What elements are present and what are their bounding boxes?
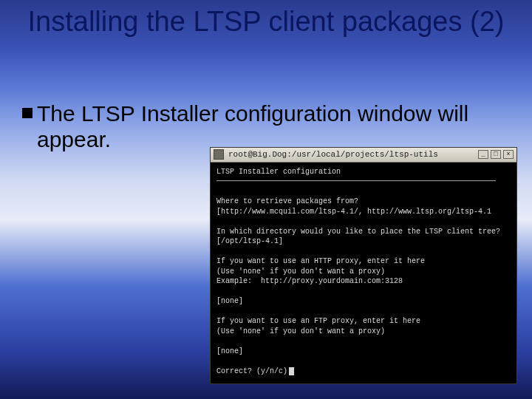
bullet-icon (22, 108, 33, 118)
slide-title: Installing the LTSP client packages (2) (0, 6, 532, 38)
console-line: Where to retrieve packages from? (216, 197, 358, 205)
terminal-content: LTSP Installer configuration ───────────… (211, 163, 516, 384)
console-line: LTSP Installer configuration (216, 168, 341, 176)
terminal-title: root@Big.Dog:/usr/local/projects/ltsp-ut… (228, 150, 478, 159)
bullet-text: The LTSP Installer configuration window … (37, 100, 510, 153)
console-line: [none] (216, 297, 243, 305)
cursor-icon (289, 367, 294, 375)
console-line: If you want to use an HTTP proxy, enter … (216, 257, 425, 265)
window-controls: _ □ × (478, 150, 514, 159)
maximize-button[interactable]: □ (491, 150, 501, 159)
console-line: [none] (216, 347, 243, 355)
window-icon (214, 149, 224, 160)
bullet-item: The LTSP Installer configuration window … (22, 100, 510, 153)
minimize-button[interactable]: _ (478, 150, 488, 159)
console-line: (Use 'none' if you don't want a proxy) (216, 327, 385, 335)
console-line: Example: http://proxy.yourdomain.com:312… (216, 277, 403, 285)
console-line: [http://www.mcquil.com/ltsp-4.1/, http:/… (216, 208, 491, 216)
terminal-titlebar: root@Big.Dog:/usr/local/projects/ltsp-ut… (211, 148, 516, 163)
close-button[interactable]: × (503, 150, 514, 159)
console-line: [/opt/ltsp-4.1] (216, 237, 283, 245)
terminal-window: root@Big.Dog:/usr/local/projects/ltsp-ut… (210, 147, 517, 385)
console-line: In which directory would you like to pla… (216, 228, 500, 236)
console-prompt: Correct? (y/n/c) (216, 367, 287, 375)
console-line: If you want to use an FTP proxy, enter i… (216, 317, 420, 325)
slide: Installing the LTSP client packages (2) … (0, 0, 532, 399)
console-line: (Use 'none' if you don't want a proxy) (216, 267, 385, 276)
console-divider: ────────────────────────────────────────… (216, 177, 496, 185)
